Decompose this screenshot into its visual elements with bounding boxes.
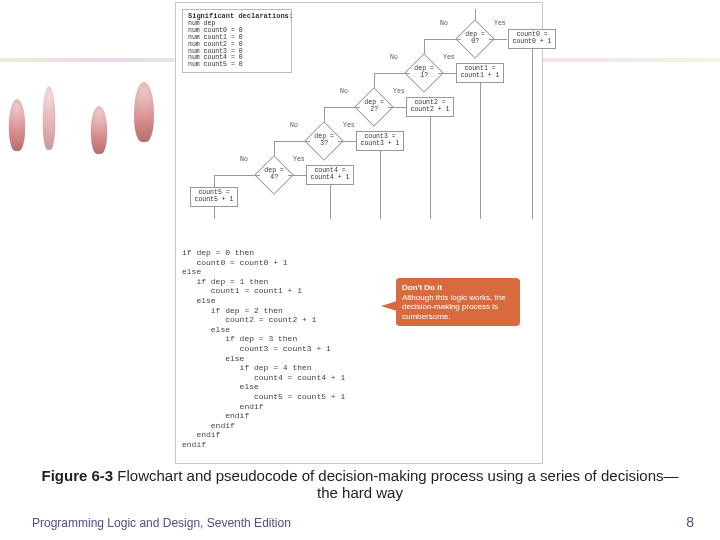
label-no: No [390, 55, 398, 62]
declarations-box: Significant declarations: num dep num co… [182, 9, 292, 73]
label-yes: Yes [443, 55, 455, 62]
label-no: No [340, 89, 348, 96]
figure-caption: Figure 6-3 Flowchart and pseudocode of d… [0, 467, 720, 501]
label-yes: Yes [393, 89, 405, 96]
action-count2: count2 = count2 + 1 [406, 97, 454, 117]
label-yes: Yes [343, 123, 355, 130]
pseudocode-block: if dep = 0 then count0 = count0 + 1 else… [182, 248, 382, 449]
action-count5: count5 = count5 + 1 [190, 187, 238, 207]
label-yes: Yes [293, 157, 305, 164]
label-yes: Yes [494, 21, 506, 28]
label-no: No [240, 157, 248, 164]
figure-label: Figure 6-3 [42, 467, 114, 484]
footer-source: Programming Logic and Design, Seventh Ed… [32, 516, 291, 530]
callout-title: Don't Do It [402, 283, 514, 292]
callout-body: Although this logic works, the decision-… [402, 293, 506, 320]
decorative-stain [134, 82, 154, 142]
action-count3: count3 = count3 + 1 [356, 131, 404, 151]
figure-frame: Significant declarations: num dep num co… [175, 2, 543, 464]
declarations-header: Significant declarations: [188, 13, 286, 20]
page-number: 8 [686, 514, 694, 530]
decorative-stain [91, 106, 107, 154]
action-count4: count4 = count4 + 1 [306, 165, 354, 185]
action-count1: count1 = count1 + 1 [456, 63, 504, 83]
action-count0: count0 = count0 + 1 [508, 29, 556, 49]
label-no: No [290, 123, 298, 130]
figure-caption-text: Flowchart and pseudocode of decision-mak… [117, 467, 678, 501]
callout-arrow-icon [381, 301, 397, 311]
flowchart: Significant declarations: num dep num co… [176, 3, 542, 243]
warning-callout: Don't Do It Although this logic works, t… [396, 278, 520, 326]
label-no: No [440, 21, 448, 28]
decorative-stain [9, 99, 25, 151]
declarations-lines: num dep num count0 = 0 num count1 = 0 nu… [188, 21, 286, 69]
decorative-stain [43, 86, 56, 150]
